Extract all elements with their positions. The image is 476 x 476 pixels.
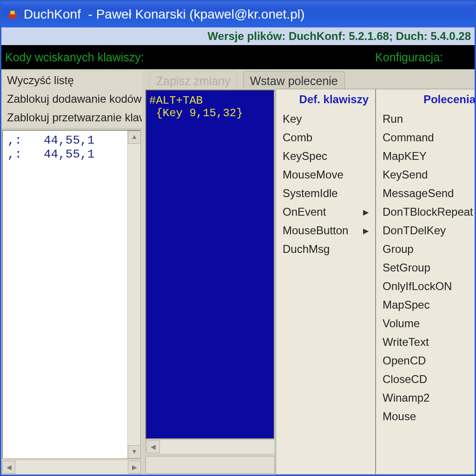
menu-item-label: OnlyIfLockON [383, 280, 452, 293]
menu-item-keysend[interactable]: KeySend [376, 165, 475, 184]
editor-line: #ALT+TAB [149, 94, 203, 107]
menu-item-winamp2[interactable]: Winamp2 [376, 389, 475, 407]
header-right: Konfiguracja: [375, 51, 471, 64]
menu-item-dontblockrepeat[interactable]: DonTBlockRepeat [376, 203, 475, 221]
tab-insert-command[interactable]: Wstaw polecenie [243, 71, 345, 89]
section-header: Kody wciskanych klawiszy: Konfiguracja: [1, 45, 475, 69]
menu-item-label: DuchMsg [283, 243, 330, 256]
menu-item-label: Group [383, 243, 414, 256]
chevron-right-icon: ▶ [363, 208, 369, 217]
list-item: ,: 44,55,1 [7, 133, 136, 147]
menu-item-label: SystemIdle [283, 187, 338, 200]
block-process-keys-button[interactable]: Zablokuj przetwarzanie klawiszy [1, 108, 142, 127]
key-definitions-menu: Def. klawiszy KeyCombKeySpecMouseMoveSys… [276, 89, 376, 475]
popup-menus: Def. klawiszy KeyCombKeySpecMouseMoveSys… [276, 89, 475, 475]
command-input[interactable] [145, 456, 275, 474]
menu-item-comb[interactable]: Comb [276, 128, 375, 147]
menu-item-opencd[interactable]: OpenCD [376, 351, 475, 370]
header-left: Kody wciskanych klawiszy: [5, 51, 144, 64]
menu-item-onevent[interactable]: OnEvent▶ [276, 203, 375, 221]
scroll-down-icon[interactable]: ▼ [128, 445, 141, 458]
menu-item-label: MessageSend [383, 187, 454, 200]
menu-item-run[interactable]: Run [376, 110, 475, 128]
window-icon [6, 8, 19, 21]
menu-item-mouse[interactable]: Mouse [376, 407, 475, 426]
menu-item-label: KeySpec [283, 150, 327, 163]
menu-item-key[interactable]: Key [276, 110, 375, 128]
version-text: Wersje plików: DuchKonf: 5.2.1.68; Duch:… [208, 30, 471, 43]
right-column: Zapisz zmiany Wstaw polecenie #ALT+TAB {… [142, 69, 475, 475]
menu-item-setgroup[interactable]: SetGroup [376, 258, 475, 277]
horizontal-scrollbar[interactable]: ◀ ▶ [2, 460, 141, 474]
titlebar[interactable]: DuchKonf - Paweł Konarski (kpawel@kr.one… [1, 1, 475, 27]
clear-list-button[interactable]: Wyczyść listę [1, 71, 142, 90]
menu-item-label: OpenCD [383, 354, 426, 367]
menu-item-mapkey[interactable]: MapKEY [376, 147, 475, 165]
scroll-left-icon[interactable]: ◀ [146, 440, 160, 453]
main-window: DuchKonf - Paweł Konarski (kpawel@kr.one… [0, 0, 476, 476]
window-title: DuchKonf - Paweł Konarski (kpawel@kr.one… [24, 7, 304, 22]
menu-item-closecd[interactable]: CloseCD [376, 370, 475, 389]
commands-menu: Polecenia RunCommandMapKEYKeySendMessage… [376, 89, 475, 475]
menu-item-writetext[interactable]: WriteText [376, 333, 475, 351]
menu-item-label: Mouse [383, 410, 416, 423]
menu-item-label: WriteText [383, 336, 429, 349]
menu-item-dontdelkey[interactable]: DonTDelKey [376, 221, 475, 240]
menu-title: Polecenia [376, 89, 475, 110]
menu-item-label: DonTDelKey [383, 224, 446, 237]
menu-item-onlyiflockon[interactable]: OnlyIfLockON [376, 277, 475, 296]
body-area: Wyczyść listę Zablokuj dodawanie kodów Z… [1, 69, 475, 475]
svg-rect-1 [10, 11, 15, 14]
menu-item-duchmsg[interactable]: DuchMsg [276, 240, 375, 258]
code-editor[interactable]: #ALT+TAB {Key 9,15,32} [145, 90, 275, 439]
menu-item-label: Volume [383, 317, 420, 330]
scroll-up-icon[interactable]: ▲ [128, 131, 141, 144]
menu-item-label: Command [383, 131, 434, 144]
menu-item-label: Run [383, 112, 403, 126]
scroll-right-icon[interactable]: ▶ [128, 461, 141, 474]
chevron-right-icon: ▶ [363, 226, 369, 235]
menu-item-label: Comb [283, 131, 312, 144]
menu-item-volume[interactable]: Volume [376, 314, 475, 333]
menu-item-messagesend[interactable]: MessageSend [376, 184, 475, 203]
menu-item-mapspec[interactable]: MapSpec [376, 296, 475, 314]
menu-title: Def. klawiszy [276, 89, 375, 110]
content-row: #ALT+TAB {Key 9,15,32} ◀ Def. klawiszy K… [145, 89, 475, 475]
menu-item-command[interactable]: Command [376, 128, 475, 147]
tab-save-changes[interactable]: Zapisz zmiany [149, 71, 238, 89]
menu-item-keyspec[interactable]: KeySpec [276, 147, 375, 165]
menu-item-label: KeySend [383, 168, 428, 181]
menu-item-group[interactable]: Group [376, 240, 475, 258]
menu-item-label: DonTBlockRepeat [383, 205, 473, 218]
menu-item-label: MapSpec [383, 298, 430, 311]
menu-item-label: CloseCD [383, 373, 427, 386]
scroll-left-icon[interactable]: ◀ [2, 461, 15, 474]
menu-item-label: MouseButton [283, 224, 348, 237]
menu-item-label: Key [283, 112, 302, 126]
editor-wrap: #ALT+TAB {Key 9,15,32} ◀ [145, 89, 276, 475]
vertical-scrollbar[interactable]: ▲ ▼ [127, 131, 140, 458]
menu-item-label: Winamp2 [383, 391, 430, 404]
menu-item-label: OnEvent [283, 205, 326, 218]
menu-item-mousemove[interactable]: MouseMove [276, 165, 375, 184]
editor-line: {Key 9,15,32} [149, 107, 243, 119]
tab-strip: Zapisz zmiany Wstaw polecenie [145, 69, 475, 89]
block-add-codes-button[interactable]: Zablokuj dodawanie kodów [1, 90, 142, 108]
menu-item-mousebutton[interactable]: MouseButton▶ [276, 221, 375, 240]
menu-item-systemidle[interactable]: SystemIdle [276, 184, 375, 203]
editor-horizontal-scrollbar[interactable]: ◀ [145, 439, 275, 454]
menu-item-label: MapKEY [383, 150, 427, 163]
left-button-group: Wyczyść listę Zablokuj dodawanie kodów Z… [1, 69, 142, 129]
list-item: ,: 44,55,1 [7, 147, 136, 161]
left-column: Wyczyść listę Zablokuj dodawanie kodów Z… [1, 69, 142, 475]
menu-item-label: SetGroup [383, 261, 430, 274]
menu-item-label: MouseMove [283, 168, 344, 181]
version-bar: Wersje plików: DuchKonf: 5.2.1.68; Duch:… [1, 27, 475, 45]
key-codes-list[interactable]: ,: 44,55,1 ,: 44,55,1 ▲ ▼ [2, 130, 141, 459]
